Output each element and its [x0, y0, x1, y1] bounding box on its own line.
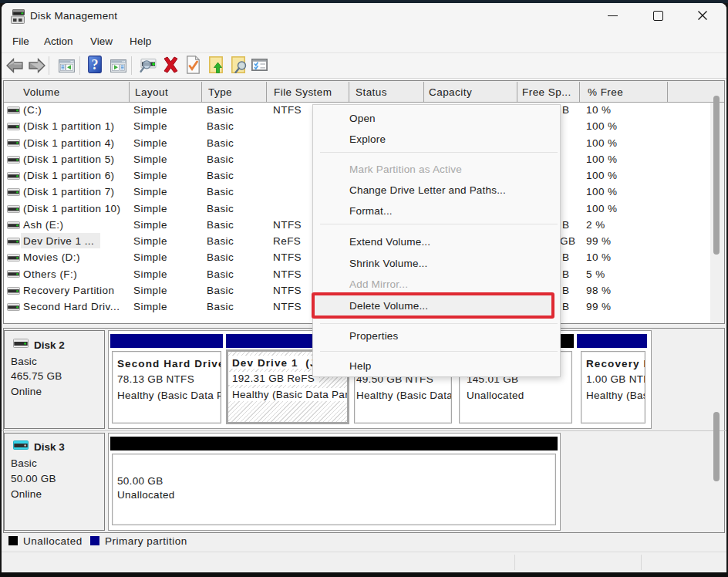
svg-text:?: ?	[92, 57, 99, 73]
